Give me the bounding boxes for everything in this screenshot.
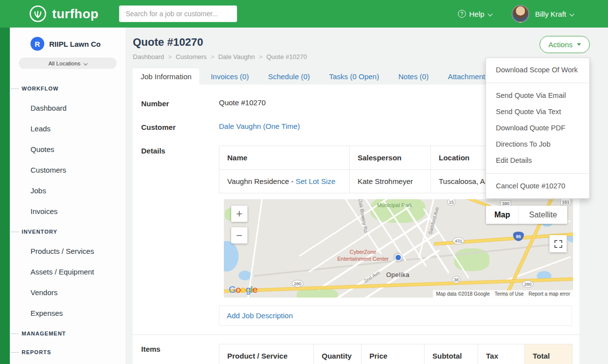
sidebar: R RIIPL Lawn Co All Locations WORKFLOW D… <box>10 28 125 364</box>
breadcrumb-current: Quote #10270 <box>255 53 307 61</box>
number-label: Number <box>141 98 219 108</box>
google-logo[interactable]: Google <box>229 284 257 295</box>
tab-tasks[interactable]: Tasks (0 Open) <box>321 68 387 85</box>
map-label-opelika: Opelika <box>386 271 410 278</box>
number-value: Quote #10270 <box>219 98 266 108</box>
menu-divider <box>486 83 589 83</box>
locations-selector[interactable]: All Locations <box>19 58 117 69</box>
user-avatar[interactable] <box>512 5 529 23</box>
top-bar: turfhop Help Billy Kraft <box>0 0 608 28</box>
route-shield-280: 280 <box>522 280 534 288</box>
map-attribution: Map data ©2018 Google Terms of Use Repor… <box>433 290 573 298</box>
help-label: Help <box>469 10 485 18</box>
company-logo: R <box>30 37 44 51</box>
sidebar-item-leads[interactable]: Leads <box>10 119 125 139</box>
chevron-down-icon <box>570 11 575 16</box>
actions-dropdown-menu: Download Scope Of Work Send Quote Via Em… <box>486 58 590 199</box>
section-workflow: WORKFLOW <box>10 86 125 91</box>
sidebar-item-products-services[interactable]: Products / Services <box>10 241 125 262</box>
turfhop-logo-icon <box>29 4 47 23</box>
sidebar-item-customers[interactable]: Customers <box>10 160 125 181</box>
tab-invoices[interactable]: Invoices (0) <box>203 68 257 85</box>
main-content: Quote #10270 DashboardCustomersDale Vaug… <box>125 28 608 364</box>
menu-item-directions-to-job[interactable]: Directions To Job <box>486 136 589 152</box>
add-job-description-link[interactable]: Add Job Description <box>227 311 293 320</box>
section-inventory: INVENTORY <box>10 229 125 235</box>
user-name: Billy Kraft <box>535 10 566 18</box>
help-menu[interactable]: Help <box>458 10 492 18</box>
menu-item-download-quote-pdf[interactable]: Download Quote PDF <box>486 120 589 136</box>
route-shield-431: 431 <box>453 237 464 244</box>
caret-down-icon <box>577 43 581 46</box>
route-shield-38: 38 <box>452 276 460 283</box>
menu-item-send-quote-via-text[interactable]: Send Quote Via Text <box>486 104 589 120</box>
sidebar-item-expenses[interactable]: Expenses <box>10 303 125 324</box>
details-header-name: Name <box>219 146 350 170</box>
menu-item-edit-details[interactable]: Edit Details <box>486 152 589 169</box>
menu-item-download-scope-of-work[interactable]: Download Scope Of Work <box>486 62 589 78</box>
breadcrumb-dashboard[interactable]: Dashboard <box>133 53 164 61</box>
terms-of-use-link[interactable]: Terms of Use <box>495 291 524 297</box>
route-shield-15: 15 <box>447 199 456 206</box>
global-search-input[interactable] <box>119 5 237 22</box>
sidebar-item-quotes[interactable]: Quotes <box>10 139 125 160</box>
route-shield-280: 280 <box>292 280 304 287</box>
items-table: Product / Service Quantity Price Subtota… <box>219 344 573 364</box>
items-header-subtotal: Subtotal <box>425 344 478 364</box>
actions-button-label: Actions <box>548 40 573 49</box>
user-menu[interactable]: Billy Kraft <box>535 10 574 18</box>
zoom-out-button[interactable] <box>231 227 247 243</box>
menu-item-send-quote-via-email[interactable]: Send Quote Via Email <box>486 88 589 104</box>
left-accent-strip <box>0 28 10 364</box>
sidebar-item-assets-equipment[interactable]: Assets / Equipment <box>10 262 125 282</box>
sidebar-item-vendors[interactable]: Vendors <box>10 282 125 303</box>
map-label-municipal-park: Municipal Park <box>371 202 418 209</box>
fullscreen-icon <box>554 240 562 248</box>
customer-type-link[interactable]: (One Time) <box>263 122 300 130</box>
sidebar-item-jobs[interactable]: Jobs <box>10 181 125 201</box>
details-label: Details <box>141 146 219 326</box>
customer-label: Customer <box>141 122 219 131</box>
tab-job-information[interactable]: Job Information <box>133 68 199 85</box>
breadcrumb-customer[interactable]: Dale Vaughn <box>207 53 255 61</box>
section-divider <box>133 334 579 335</box>
locations-label: All Locations <box>48 61 80 66</box>
map-label-2nd-ave: 2nd Ave <box>363 270 381 284</box>
map-data-text: Map data ©2018 Google <box>436 291 489 297</box>
items-header-quantity: Quantity <box>314 344 362 364</box>
job-location-map[interactable]: Municipal Park CyberZone Entertainment C… <box>224 199 573 298</box>
items-header-product-service: Product / Service <box>219 344 314 364</box>
items-header-price: Price <box>362 344 425 364</box>
report-map-error-link[interactable]: Report a map error <box>529 291 570 297</box>
help-icon <box>458 10 466 18</box>
map-marker-icon[interactable] <box>395 254 402 261</box>
section-management: MANAGEMENT <box>10 331 125 336</box>
breadcrumb-customers[interactable]: Customers <box>164 53 207 61</box>
chevron-down-icon <box>487 11 492 16</box>
customer-link[interactable]: Dale Vaughn <box>219 122 261 130</box>
map-type-satellite-button[interactable]: Satellite <box>518 206 567 224</box>
interstate-shield-85: 85 <box>513 232 524 241</box>
items-label: Items <box>141 344 219 364</box>
menu-item-cancel-quote[interactable]: Cancel Quote #10270 <box>486 178 589 194</box>
menu-divider <box>486 173 589 174</box>
brand[interactable]: turfhop <box>29 4 98 23</box>
actions-button[interactable]: Actions <box>540 36 590 53</box>
details-header-salesperson: Salesperson <box>350 146 431 170</box>
sidebar-item-dashboard[interactable]: Dashboard <box>10 98 125 119</box>
map-type-map-button[interactable]: Map <box>486 206 518 224</box>
zoom-in-button[interactable] <box>231 206 247 222</box>
route-shield-161: 161 <box>560 199 571 205</box>
fullscreen-button[interactable] <box>549 235 567 252</box>
tab-notes[interactable]: Notes (0) <box>391 68 437 85</box>
items-header-total: Total <box>525 344 573 364</box>
job-name: Vaughn Residence - <box>227 177 296 185</box>
salesperson-value: Kate Strohmeyer <box>350 170 431 193</box>
company-header: R RIIPL Lawn Co <box>10 28 125 51</box>
sidebar-nav: WORKFLOW Dashboard Leads Quotes Customer… <box>10 86 125 355</box>
tab-schedule[interactable]: Schedule (0) <box>260 68 318 85</box>
sidebar-item-invoices[interactable]: Invoices <box>10 201 125 222</box>
chevron-down-icon <box>83 61 87 65</box>
set-lot-size-link[interactable]: Set Lot Size <box>296 177 335 185</box>
map-label-cyberzone: CyberZone Entertainment Center <box>333 248 393 262</box>
